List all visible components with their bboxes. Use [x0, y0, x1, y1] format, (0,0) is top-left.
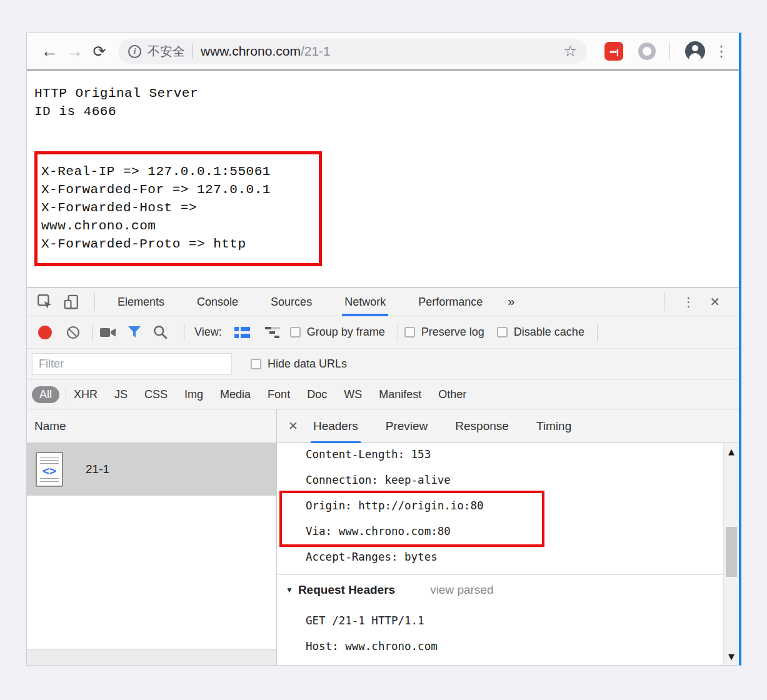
back-icon[interactable]: ← — [37, 42, 62, 60]
request-header-host: Host: www.chrono.com — [306, 640, 438, 652]
disable-cache-checkbox[interactable] — [497, 327, 508, 338]
view-waterfall-icon[interactable] — [265, 327, 283, 338]
request-headers-section[interactable]: ▼Request Headersview parsed — [286, 583, 494, 597]
group-by-frame-label: Group by frame — [307, 326, 385, 339]
filter-funnel-icon[interactable] — [125, 323, 144, 342]
request-list-empty — [27, 496, 276, 649]
type-filter-css[interactable]: CSS — [144, 388, 168, 401]
url-path: /21-1 — [301, 44, 331, 59]
page-title-line: HTTP Original Server — [34, 84, 739, 102]
more-tabs-icon[interactable]: » — [508, 294, 514, 309]
tab-elements[interactable]: Elements — [115, 288, 167, 316]
scroll-down-icon[interactable]: ▼ — [724, 652, 739, 661]
type-filter-other[interactable]: Other — [438, 388, 466, 401]
browser-menu-icon[interactable]: ⋮ — [714, 42, 729, 60]
devtools-panel: Elements Console Sources Network Perform… — [27, 287, 739, 665]
response-header-connection: Connection: keep-alive — [306, 474, 451, 486]
view-label: View: — [194, 326, 222, 339]
disable-cache-label: Disable cache — [514, 326, 584, 339]
details-tab-bar: ✕ Headers Preview Response Timing — [277, 409, 739, 443]
disclosure-triangle-icon: ▼ — [286, 586, 293, 594]
tab-response[interactable]: Response — [453, 409, 511, 443]
extension-ring-icon[interactable] — [638, 42, 656, 60]
type-filter-media[interactable]: Media — [220, 388, 251, 401]
search-icon[interactable] — [151, 323, 170, 342]
request-row-21-1[interactable]: <> 21-1 — [27, 443, 276, 496]
header-x-forwarded-host: X-Forwarded-Host => www.chrono.com — [41, 199, 314, 235]
tabbar-divider — [94, 293, 95, 311]
tab-console[interactable]: Console — [194, 288, 241, 316]
tab-sources[interactable]: Sources — [268, 288, 314, 316]
details-scrollbar[interactable]: ▲ ▼ — [723, 443, 739, 665]
tab-headers[interactable]: Headers — [311, 409, 361, 443]
reload-icon[interactable]: ⟳ — [87, 44, 112, 59]
security-indicator[interactable]: 不安全 — [148, 43, 185, 60]
page-content: HTTP Original Server ID is 4666 X-Real-I… — [27, 71, 739, 287]
devtools-tab-bar: Elements Console Sources Network Perform… — [27, 288, 739, 316]
request-headers-title: Request Headers — [298, 583, 395, 596]
scrollbar-thumb[interactable] — [726, 527, 737, 577]
header-x-forwarded-proto: X-Forwarded-Proto => http — [41, 235, 314, 253]
request-details-panel: ✕ Headers Preview Response Timing Conten… — [277, 409, 739, 665]
type-filter-manifest[interactable]: Manifest — [379, 388, 421, 401]
devtools-menu-icon[interactable]: ⋮ — [682, 294, 694, 309]
clear-icon[interactable] — [67, 326, 79, 339]
bookmark-star-icon[interactable]: ☆ — [563, 42, 577, 60]
header-x-real-ip: X-Real-IP => 127.0.0.1:55061 — [41, 162, 314, 181]
device-toolbar-icon[interactable] — [62, 292, 81, 311]
response-header-accept-ranges: Accept-Ranges: bytes — [306, 551, 438, 563]
close-details-icon[interactable]: ✕ — [288, 419, 298, 433]
resource-type-filter-bar: All XHR JS CSS Img Media Font Doc WS Man… — [27, 380, 739, 409]
red-annotation-box-headers — [279, 491, 544, 547]
info-icon[interactable]: i — [128, 45, 141, 58]
controls-divider-2 — [184, 324, 184, 341]
tab-network[interactable]: Network — [342, 288, 388, 316]
forward-icon[interactable]: → — [62, 42, 87, 60]
network-main-area: Name <> 21-1 ✕ Headers Preview — [27, 409, 739, 665]
preserve-log-checkbox[interactable] — [404, 327, 415, 338]
extension-lastpass-icon[interactable]: •••| — [604, 42, 623, 61]
scroll-up-icon[interactable]: ▲ — [724, 447, 739, 456]
section-divider — [277, 574, 723, 575]
view-list-icon[interactable] — [234, 327, 250, 338]
type-filter-font[interactable]: Font — [268, 388, 290, 401]
hide-data-urls-label: Hide data URLs — [268, 358, 347, 371]
capture-screenshots-icon[interactable] — [99, 323, 118, 342]
inspect-element-icon[interactable] — [36, 292, 54, 311]
group-by-frame-checkbox[interactable] — [290, 327, 301, 338]
headers-content: Content-Length: 153 Connection: keep-ali… — [277, 443, 739, 665]
request-name: 21-1 — [86, 462, 109, 476]
name-column-header[interactable]: Name — [27, 409, 276, 443]
tab-timing[interactable]: Timing — [534, 409, 574, 443]
record-icon[interactable] — [38, 326, 52, 339]
network-filter-bar: Hide data URLs — [27, 349, 739, 380]
profile-avatar[interactable] — [685, 41, 705, 61]
page-id-line: ID is 4666 — [34, 102, 739, 121]
controls-divider-3 — [398, 324, 398, 341]
type-filter-divider — [66, 387, 66, 402]
view-parsed-link[interactable]: view parsed — [430, 583, 493, 596]
type-filter-doc[interactable]: Doc — [307, 388, 327, 401]
type-filter-js[interactable]: JS — [114, 388, 128, 401]
red-annotation-box: X-Real-IP => 127.0.0.1:55061 X-Forwarded… — [34, 151, 322, 266]
request-line-get: GET /21-1 HTTP/1.1 — [306, 614, 424, 627]
address-bar[interactable]: i 不安全 www.chrono.com /21-1 ☆ — [118, 39, 587, 64]
filter-input[interactable] — [32, 353, 232, 375]
url-host: www.chrono.com — [201, 44, 301, 59]
devtools-close-icon[interactable]: ✕ — [709, 294, 720, 309]
tab-preview[interactable]: Preview — [383, 409, 431, 443]
type-filter-xhr[interactable]: XHR — [74, 388, 98, 401]
type-filter-all[interactable]: All — [32, 386, 59, 403]
hide-data-urls-checkbox[interactable] — [251, 359, 261, 369]
type-filter-ws[interactable]: WS — [344, 388, 362, 401]
request-list-footer — [27, 649, 276, 665]
header-x-forwarded-for: X-Forwarded-For => 127.0.0.1 — [41, 181, 314, 199]
preserve-log-label: Preserve log — [421, 326, 484, 339]
address-divider — [193, 44, 193, 59]
type-filter-img[interactable]: Img — [184, 388, 203, 401]
document-icon: <> — [36, 452, 63, 487]
controls-divider-4 — [597, 324, 598, 341]
tab-performance[interactable]: Performance — [416, 288, 485, 316]
request-list-panel: Name <> 21-1 — [27, 409, 277, 665]
toolbar-divider — [669, 42, 670, 60]
